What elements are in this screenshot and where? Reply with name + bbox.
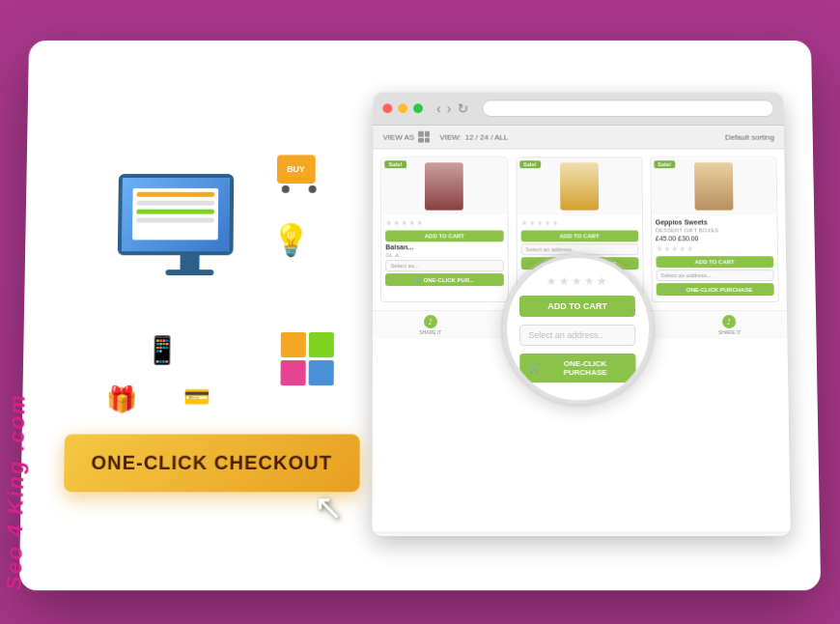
vi-cell-4 [425, 137, 430, 142]
grid-view-icon[interactable] [418, 131, 430, 143]
share-row: ⤴ SHARE IT ⤴ SHARE IT ⤴ SHARE IT ⤴ SHARE… [373, 310, 787, 339]
view-as-label: VIEW AS [383, 132, 415, 141]
share-icon-2: ⤴ [523, 315, 537, 328]
box-3 [280, 360, 305, 385]
main-frame: Seo 4 King .com [19, 41, 821, 590]
product-card-3: Sale! Geppios Sweets DESSERT GIFT BOXES … [650, 156, 779, 302]
computer-illustration [117, 174, 263, 298]
wallet-icon: 💳 [183, 384, 210, 410]
gift-icon: 🎁 [105, 384, 137, 414]
product-info-1: ★★★★★ ADD TO CART Balsan... GL.A... Sele… [381, 215, 507, 292]
browser-dot-red [383, 103, 393, 113]
browser-navigation: ‹ › ↻ [436, 100, 468, 116]
share-item-4[interactable]: ⤴ SHARE IT [718, 315, 741, 335]
address-select-2[interactable]: Select an address.. [520, 243, 638, 255]
cart-icon-3: 🛒 [678, 286, 685, 293]
one-click-btn-1[interactable]: 🛒 ONE-CLICK PUR... [385, 273, 503, 286]
share-icon-3: ⤴ [623, 315, 636, 328]
browser-dot-green [413, 103, 423, 113]
cart-body: BUY [277, 155, 316, 184]
sale-badge-2: Sale! [519, 160, 541, 168]
share-item-1[interactable]: ⤴ SHARE IT [419, 315, 441, 335]
product-name-1: Balsan... [385, 243, 503, 250]
screen-line-1 [136, 192, 214, 197]
magnifier-one-click-btn[interactable]: 🛒 ONE-CLICK PURCHASE [519, 354, 636, 383]
share-label-3: SHARE IT [619, 329, 641, 335]
sorting-label: Default sorting [725, 132, 774, 141]
share-item-2[interactable]: ⤴ SHARE IT [519, 315, 542, 335]
monitor-screen [121, 178, 229, 251]
box-1 [280, 331, 305, 356]
cart-wheel-left [281, 184, 289, 192]
products-grid: Sale! ★★★★★ ADD TO CART Balsan... GL.A..… [373, 149, 787, 310]
share-label-2: SHARE IT [519, 329, 542, 335]
forward-arrow-icon[interactable]: › [447, 100, 452, 116]
view-options: VIEW AS VIEW: 12 / 24 / ALL [383, 131, 509, 143]
screen-line-2 [136, 201, 214, 206]
add-to-cart-btn-1[interactable]: ADD TO CART [385, 230, 503, 241]
decorative-icons: BUY 💡 📱 🎁 💳 [86, 135, 339, 424]
product-name-3: Geppios Sweets [656, 219, 773, 226]
product-img-inner-3 [694, 162, 733, 210]
monitor [117, 174, 233, 255]
product-image-1: Sale! [381, 157, 507, 214]
address-select-1[interactable]: Select as... [385, 260, 503, 271]
view-label-text: VIEW: [439, 132, 461, 141]
box-2 [308, 331, 333, 356]
product-stars-1: ★★★★★ [385, 219, 503, 228]
product-price-3: £45.00 £30.00 [656, 235, 773, 241]
address-select-3[interactable]: Select as address... [656, 269, 773, 281]
monitor-base [165, 269, 213, 275]
phone-icon: 📱 [145, 333, 179, 365]
product-desc-3: DESSERT GIFT BOXES [656, 227, 773, 233]
reload-icon[interactable]: ↻ [457, 100, 468, 116]
product-info-2: ★★★★★ ADD TO CART Select an address.. 🛒 … [517, 215, 642, 276]
browser-content: Sale! ★★★★★ ADD TO CART Balsan... GL.A..… [373, 149, 791, 530]
product-desc-1: GL.A... [385, 252, 503, 258]
screen-line-4 [136, 218, 214, 223]
monitor-stand [180, 255, 199, 269]
monitor-screen-inner [132, 188, 219, 240]
sale-badge-3: Sale! [654, 160, 675, 168]
cart-text: BUY [287, 164, 305, 174]
share-icon-4: ⤴ [722, 315, 736, 328]
watermark-text: Seo 4 King .com [2, 41, 37, 590]
one-click-checkout-button[interactable]: ONE-CLICK CHECKOUT [64, 434, 360, 492]
sale-badge-1: Sale! [385, 160, 406, 168]
browser-url-bar[interactable] [482, 99, 774, 117]
add-to-cart-btn-3[interactable]: ADD TO CART [656, 256, 773, 268]
view-numbers: 12 / 24 / ALL [465, 132, 509, 141]
product-img-inner-1 [425, 162, 463, 210]
shop-toolbar: VIEW AS VIEW: 12 / 24 / ALL Default sort… [374, 126, 785, 150]
product-img-inner-2 [560, 162, 599, 210]
browser-dot-yellow [398, 103, 407, 113]
magnifier-cart-icon: 🛒 [529, 363, 540, 373]
share-icon-1: ⤴ [424, 315, 437, 328]
boxes-illustration [280, 331, 333, 384]
product-stars-3: ★★★★★ [656, 244, 773, 253]
one-click-btn-3[interactable]: 🛒 ONE-CLICK PURCHASE [656, 283, 773, 296]
vi-cell-2 [425, 131, 430, 136]
box-4 [308, 360, 333, 385]
browser-bar: ‹ › ↻ [374, 93, 784, 126]
product-image-3: Sale! [651, 157, 776, 214]
share-label-4: SHARE IT [718, 329, 741, 335]
cart-illustration: BUY [276, 155, 329, 202]
left-section: BUY 💡 📱 🎁 💳 ONE-CLI [49, 93, 374, 536]
vi-cell-1 [418, 131, 423, 136]
share-label-1: SHARE IT [419, 329, 441, 335]
back-arrow-icon[interactable]: ‹ [436, 100, 441, 116]
share-item-3[interactable]: ⤴ SHARE IT [619, 315, 641, 335]
screen-line-3 [136, 210, 214, 214]
cart-icon-1: 🛒 [415, 276, 422, 283]
bulb-icon: 💡 [271, 221, 310, 258]
product-info-3: Geppios Sweets DESSERT GIFT BOXES £45.00… [652, 215, 778, 301]
one-click-btn-2[interactable]: 🛒 ONE-CLICK PURCHASE [520, 257, 638, 269]
add-to-cart-btn-2[interactable]: ADD TO CART [520, 230, 638, 241]
product-stars-2: ★★★★★ [520, 219, 638, 228]
cart-icon-2: 🛒 [542, 260, 548, 267]
product-card-1: Sale! ★★★★★ ADD TO CART Balsan... GL.A..… [380, 156, 508, 302]
vi-cell-3 [418, 137, 423, 142]
cart-wheels [276, 184, 329, 192]
product-image-2: Sale! [517, 157, 642, 214]
